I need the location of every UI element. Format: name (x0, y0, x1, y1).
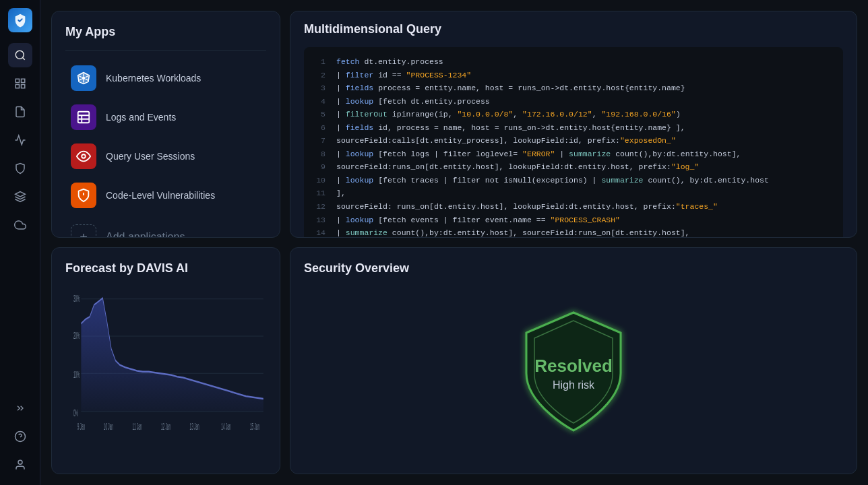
code-line-13: 13 | lookup [fetch events | filter event… (312, 214, 835, 227)
code-line-9: 9 sourceField:runs_on[dt.entity.host], l… (312, 160, 835, 174)
code-line-3: 3 | fields process = entity.name, host =… (312, 82, 835, 95)
search-icon[interactable] (8, 43, 32, 67)
user-icon[interactable] (8, 453, 32, 477)
sidebar (0, 0, 40, 485)
code-line-7: 7 sourceField:calls[dt.entity_process], … (312, 134, 835, 148)
shield-text: Resolved High risk (534, 356, 613, 391)
logs-label: Logs and Events (106, 112, 176, 123)
svg-marker-6 (15, 192, 25, 197)
forecast-title: Forecast by DAVIS AI (65, 261, 266, 276)
app-item-sessions[interactable]: Query User Sessions (65, 137, 266, 176)
svg-text:10 Jan: 10 Jan (104, 422, 113, 432)
code-editor[interactable]: 1 fetch dt.entity.process 2 | filter id … (304, 47, 843, 238)
code-line-10: 10 | lookup [fetch traces | filter not i… (312, 174, 835, 187)
help-icon[interactable] (8, 424, 32, 449)
code-line-2: 2 | filter id == "PROCESS-1234" (312, 69, 835, 82)
svg-text:30%: 30% (73, 294, 80, 304)
deploy-icon[interactable] (8, 185, 32, 209)
cloud-icon[interactable] (8, 213, 32, 237)
svg-text:15 Jan: 15 Jan (250, 422, 259, 432)
kubernetes-label: Kubernetes Workloads (106, 73, 201, 84)
svg-point-21 (82, 154, 86, 158)
app-logo[interactable] (8, 8, 32, 32)
code-line-8: 8 | lookup [fetch logs | filter loglevel… (312, 148, 835, 161)
svg-text:12 Jan: 12 Jan (161, 422, 170, 432)
risk-label: High risk (534, 379, 613, 391)
code-line-11: 11 ], (312, 187, 835, 200)
security-content: Resolved High risk (304, 286, 843, 460)
expand-sidebar-button[interactable] (8, 396, 32, 420)
app-item-kubernetes[interactable]: Kubernetes Workloads (65, 59, 266, 98)
sessions-icon (71, 143, 96, 169)
svg-point-10 (82, 77, 86, 80)
forecast-card: Forecast by DAVIS AI 30% 20% 10% 0% (51, 247, 280, 474)
query-card: Multidimensional Query 1 fetch dt.entity… (290, 11, 857, 238)
add-applications-button[interactable]: + Add applications (65, 218, 266, 238)
svg-text:20%: 20% (73, 331, 80, 341)
chart-area (81, 298, 263, 412)
svg-rect-4 (16, 85, 19, 88)
main-content: My Apps Kubernetes Workloads (40, 0, 868, 485)
code-line-5: 5 | filterOut ipinrange(ip, "10.0.0.0/8"… (312, 108, 835, 121)
svg-text:11 Jan: 11 Jan (132, 422, 142, 432)
apps-divider (65, 50, 266, 51)
svg-rect-5 (21, 85, 24, 88)
svg-text:0%: 0% (73, 408, 78, 418)
sessions-label: Query User Sessions (106, 151, 195, 162)
integration-icon[interactable] (8, 100, 32, 124)
code-line-12: 12 sourceField: runs_on[dt.entity.host],… (312, 200, 835, 214)
svg-text:10%: 10% (73, 369, 80, 379)
svg-point-0 (16, 51, 24, 59)
vulnerabilities-icon (71, 183, 96, 208)
vulnerabilities-label: Code-Level Vulnerabilities (106, 190, 215, 201)
svg-text:13 Jan: 13 Jan (190, 422, 199, 432)
svg-point-9 (18, 460, 22, 464)
code-line-14: 14 | summarize count(),by:dt.entity.host… (312, 226, 835, 238)
svg-text:9 Jan: 9 Jan (78, 422, 86, 432)
add-icon: + (71, 224, 96, 238)
svg-text:14 Jan: 14 Jan (221, 422, 230, 432)
query-title: Multidimensional Query (304, 22, 843, 36)
logs-icon (71, 104, 96, 130)
resolved-label: Resolved (534, 356, 613, 377)
add-apps-label: Add applications (106, 231, 185, 238)
svg-rect-17 (78, 112, 90, 123)
grid-icon[interactable] (8, 71, 32, 96)
chart-svg: 30% 20% 10% 0% (65, 286, 266, 455)
kubernetes-icon (71, 65, 96, 91)
forecast-chart: 30% 20% 10% 0% (65, 286, 266, 455)
security-title: Security Overview (304, 261, 843, 276)
code-line-4: 4 | lookup [fetch dt.entity.process (312, 95, 835, 108)
code-line-1: 1 fetch dt.entity.process (312, 55, 835, 69)
my-apps-card: My Apps Kubernetes Workloads (51, 11, 280, 238)
analytics-icon[interactable] (8, 128, 32, 152)
code-line-6: 6 | fields id, process = name, host = ru… (312, 121, 835, 135)
app-item-vulnerabilities[interactable]: Code-Level Vulnerabilities (65, 176, 266, 215)
security-card: Security Overview (290, 247, 857, 474)
svg-line-1 (22, 57, 24, 59)
svg-rect-3 (21, 79, 24, 82)
shield-icon[interactable] (8, 156, 32, 181)
my-apps-title: My Apps (65, 25, 266, 39)
shield-container: Resolved High risk (513, 306, 634, 441)
svg-rect-2 (16, 79, 19, 82)
app-item-logs[interactable]: Logs and Events (65, 98, 266, 137)
